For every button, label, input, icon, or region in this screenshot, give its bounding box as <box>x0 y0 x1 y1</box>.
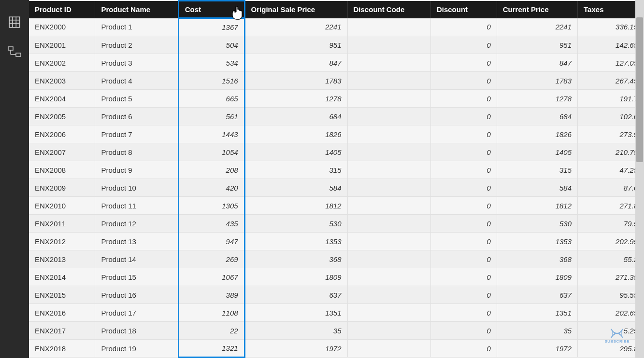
cell-product_name[interactable]: Product 18 <box>95 322 178 340</box>
cell-orig_price[interactable]: 1812 <box>244 197 347 215</box>
cell-discount_code[interactable] <box>347 108 430 125</box>
cell-product_id[interactable]: ENX2008 <box>29 161 95 179</box>
cell-orig_price[interactable]: 1809 <box>244 268 347 286</box>
cell-discount[interactable]: 0 <box>430 54 497 72</box>
cell-current_price[interactable]: 2241 <box>497 18 577 36</box>
cell-cost[interactable]: 1067 <box>178 268 244 286</box>
cell-cost[interactable]: 1305 <box>178 197 244 215</box>
cell-discount_code[interactable] <box>347 90 430 108</box>
table-row[interactable]: ENX2010Product 111305181201812271.8 <box>29 197 644 215</box>
cell-cost[interactable]: 665 <box>178 90 244 108</box>
cell-current_price[interactable]: 1351 <box>497 304 577 322</box>
cell-taxes[interactable]: 87.6 <box>578 179 644 197</box>
cell-discount[interactable]: 0 <box>430 250 497 268</box>
cell-discount[interactable]: 0 <box>430 179 497 197</box>
cell-taxes[interactable]: 271.8 <box>578 197 644 215</box>
cell-discount_code[interactable] <box>347 268 430 286</box>
cell-product_id[interactable]: ENX2011 <box>29 215 95 233</box>
cell-current_price[interactable]: 530 <box>497 215 577 233</box>
cell-product_name[interactable]: Product 14 <box>95 250 178 268</box>
column-header-cost[interactable]: Cost <box>178 1 244 18</box>
table-row[interactable]: ENX2003Product 41516178301783267.45 <box>29 72 644 90</box>
cell-product_name[interactable]: Product 6 <box>95 108 178 125</box>
cell-discount[interactable]: 0 <box>430 322 497 340</box>
table-row[interactable]: ENX2011Product 12435530053079.5 <box>29 215 644 233</box>
cell-current_price[interactable]: 1405 <box>497 143 577 161</box>
table-row[interactable]: ENX2014Product 151067180901809271.35 <box>29 268 644 286</box>
cell-current_price[interactable]: 637 <box>497 286 577 304</box>
cell-discount_code[interactable] <box>347 161 430 179</box>
cell-discount[interactable]: 0 <box>430 215 497 233</box>
cell-orig_price[interactable]: 315 <box>244 161 347 179</box>
cell-cost[interactable]: 947 <box>178 233 244 250</box>
cell-orig_price[interactable]: 1353 <box>244 233 347 250</box>
cell-taxes[interactable]: 95.55 <box>578 286 644 304</box>
column-header-discount[interactable]: Discount <box>430 1 497 18</box>
cell-discount[interactable]: 0 <box>430 197 497 215</box>
cell-product_id[interactable]: ENX2003 <box>29 72 95 90</box>
cell-product_id[interactable]: ENX2005 <box>29 108 95 125</box>
cell-orig_price[interactable]: 1405 <box>244 143 347 161</box>
cell-current_price[interactable]: 1972 <box>497 340 577 358</box>
model-view-tab[interactable] <box>7 44 22 60</box>
table-row[interactable]: ENX2012Product 13947135301353202.95 <box>29 233 644 250</box>
cell-current_price[interactable]: 847 <box>497 54 577 72</box>
cell-cost[interactable]: 1516 <box>178 72 244 90</box>
cell-orig_price[interactable]: 1351 <box>244 304 347 322</box>
cell-taxes[interactable]: 202.65 <box>578 304 644 322</box>
cell-cost[interactable]: 269 <box>178 250 244 268</box>
table-row[interactable]: ENX2005Product 65616840684102.6 <box>29 108 644 125</box>
table-row[interactable]: ENX2007Product 81054140501405210.75 <box>29 143 644 161</box>
cell-current_price[interactable]: 1353 <box>497 233 577 250</box>
cell-product_id[interactable]: ENX2009 <box>29 179 95 197</box>
cell-orig_price[interactable]: 1783 <box>244 72 347 90</box>
table-row[interactable]: ENX2018Product 191321197201972295.8 <box>29 340 644 358</box>
cell-discount_code[interactable] <box>347 215 430 233</box>
cell-orig_price[interactable]: 684 <box>244 108 347 125</box>
cell-product_id[interactable]: ENX2016 <box>29 304 95 322</box>
cell-product_id[interactable]: ENX2001 <box>29 36 95 54</box>
cell-discount[interactable]: 0 <box>430 143 497 161</box>
cell-cost[interactable]: 435 <box>178 215 244 233</box>
cell-product_name[interactable]: Product 17 <box>95 304 178 322</box>
table-row[interactable]: ENX2015Product 16389637063795.55 <box>29 286 644 304</box>
cell-cost[interactable]: 504 <box>178 36 244 54</box>
cell-product_id[interactable]: ENX2017 <box>29 322 95 340</box>
cell-product_name[interactable]: Product 5 <box>95 90 178 108</box>
cell-current_price[interactable]: 1783 <box>497 72 577 90</box>
scrollbar-thumb[interactable] <box>636 17 643 162</box>
cell-product_name[interactable]: Product 3 <box>95 54 178 72</box>
cell-product_name[interactable]: Product 16 <box>95 286 178 304</box>
table-row[interactable]: ENX2016Product 171108135101351202.65 <box>29 304 644 322</box>
cell-orig_price[interactable]: 1826 <box>244 125 347 143</box>
cell-discount_code[interactable] <box>347 36 430 54</box>
cell-cost[interactable]: 420 <box>178 179 244 197</box>
cell-discount[interactable]: 0 <box>430 90 497 108</box>
cell-product_name[interactable]: Product 15 <box>95 268 178 286</box>
cell-current_price[interactable]: 684 <box>497 108 577 125</box>
cell-current_price[interactable]: 35 <box>497 322 577 340</box>
cell-discount_code[interactable] <box>347 250 430 268</box>
cell-product_name[interactable]: Product 11 <box>95 197 178 215</box>
cell-discount_code[interactable] <box>347 18 430 36</box>
cell-taxes[interactable]: 202.95 <box>578 233 644 250</box>
cell-taxes[interactable]: 102.6 <box>578 108 644 125</box>
cell-cost[interactable]: 1054 <box>178 143 244 161</box>
cell-discount[interactable]: 0 <box>430 286 497 304</box>
cell-discount[interactable]: 0 <box>430 161 497 179</box>
cell-cost[interactable]: 22 <box>178 322 244 340</box>
cell-taxes[interactable]: 47.25 <box>578 161 644 179</box>
column-header-current_price[interactable]: Current Price <box>497 1 577 18</box>
cell-product_name[interactable]: Product 10 <box>95 179 178 197</box>
cell-discount[interactable]: 0 <box>430 18 497 36</box>
cell-discount[interactable]: 0 <box>430 340 497 358</box>
cell-product_id[interactable]: ENX2002 <box>29 54 95 72</box>
cell-product_id[interactable]: ENX2007 <box>29 143 95 161</box>
cell-taxes[interactable]: 210.75 <box>578 143 644 161</box>
data-view-tab[interactable] <box>7 14 22 30</box>
table-row[interactable]: ENX2001Product 25049510951142.65 <box>29 36 644 54</box>
cell-taxes[interactable]: 79.5 <box>578 215 644 233</box>
cell-discount_code[interactable] <box>347 322 430 340</box>
cell-product_name[interactable]: Product 4 <box>95 72 178 90</box>
cell-current_price[interactable]: 1278 <box>497 90 577 108</box>
